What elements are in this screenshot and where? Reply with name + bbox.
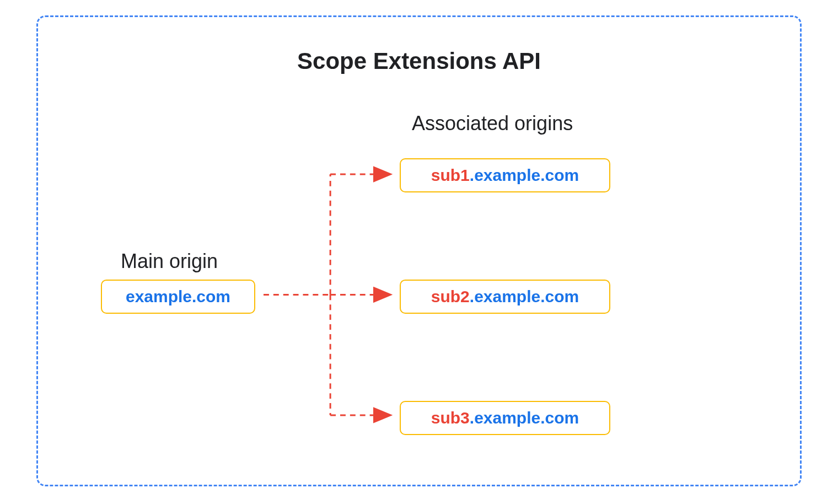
main-origin-box: example.com — [101, 280, 255, 314]
associated-origin-box-2: sub2.example.com — [400, 280, 610, 314]
subdomain-prefix-3: sub3 — [431, 409, 470, 427]
subdomain-suffix-3: .example.com — [470, 409, 579, 427]
subdomain-suffix-2: .example.com — [470, 287, 579, 306]
associated-origin-box-3: sub3.example.com — [400, 401, 610, 435]
associated-origins-label: Associated origins — [412, 112, 573, 135]
main-origin-domain: example.com — [126, 287, 230, 306]
subdomain-prefix-1: sub1 — [431, 166, 470, 185]
diagram-title: Scope Extensions API — [60, 48, 778, 74]
diagram-container: Scope Extensions API Main origin example… — [36, 15, 802, 486]
subdomain-prefix-2: sub2 — [431, 287, 470, 306]
associated-origin-box-1: sub1.example.com — [400, 158, 610, 192]
main-origin-label: Main origin — [121, 250, 218, 273]
subdomain-suffix-1: .example.com — [470, 166, 579, 185]
